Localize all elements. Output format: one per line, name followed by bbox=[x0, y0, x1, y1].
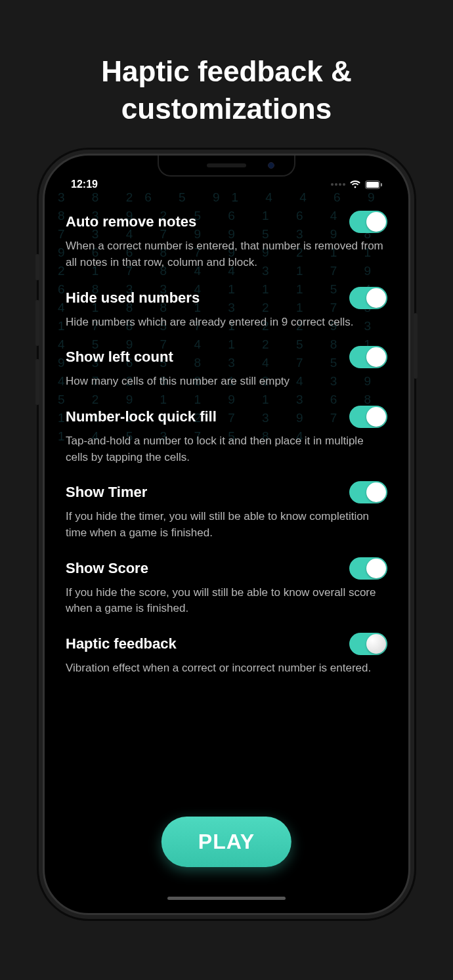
battery-icon bbox=[365, 181, 382, 189]
svg-rect-2 bbox=[381, 183, 382, 186]
setting-show-timer: Show Timer If you hide the timer, you wi… bbox=[66, 472, 387, 547]
status-time: 12:19 bbox=[71, 179, 98, 190]
cellular-dots-icon bbox=[331, 183, 345, 186]
setting-desc: If you hide the score, you will still be… bbox=[66, 585, 387, 617]
phone-frame: 3 8 26 5 91 4 4 6 9 8 3 9 2 5 6 1 6 4 9 … bbox=[43, 154, 410, 915]
home-indicator[interactable] bbox=[167, 897, 286, 900]
setting-desc: How many cells of this number are still … bbox=[66, 373, 387, 390]
setting-title: Hide used numbers bbox=[66, 289, 200, 307]
phone-volume-up bbox=[35, 300, 39, 346]
toggle-hide-used-numbers[interactable] bbox=[349, 287, 387, 309]
setting-show-left-count: Show left count How many cells of this n… bbox=[66, 337, 387, 396]
toggle-auto-remove-notes[interactable] bbox=[349, 211, 387, 233]
setting-desc: If you hide the timer, you will still be… bbox=[66, 509, 387, 541]
toggle-haptic-feedback[interactable] bbox=[349, 633, 387, 655]
toggle-show-score[interactable] bbox=[349, 557, 387, 580]
setting-title: Show Score bbox=[66, 560, 148, 577]
setting-hide-used-numbers: Hide used numbers Hide numbers which are… bbox=[66, 278, 387, 337]
setting-title: Show Timer bbox=[66, 484, 147, 501]
setting-desc: Hide numbers which are already entered i… bbox=[66, 314, 387, 331]
phone-screen: 3 8 26 5 91 4 4 6 9 8 3 9 2 5 6 1 6 4 9 … bbox=[51, 162, 402, 906]
setting-desc: Tap-and-hold a number to lock it and the… bbox=[66, 433, 387, 465]
toggle-show-left-count[interactable] bbox=[349, 346, 387, 368]
setting-desc: Vibration effect when a correct or incor… bbox=[66, 660, 387, 677]
phone-notch bbox=[158, 156, 295, 177]
toggle-number-lock-quick-fill[interactable] bbox=[349, 406, 387, 428]
setting-title: Haptic feedback bbox=[66, 635, 177, 652]
setting-title: Number-lock quick fill bbox=[66, 408, 217, 425]
settings-list[interactable]: Auto remove notes When a correct number … bbox=[51, 195, 402, 683]
wifi-icon bbox=[349, 180, 361, 189]
front-camera-icon bbox=[268, 162, 274, 169]
setting-number-lock-quick-fill: Number-lock quick fill Tap-and-hold a nu… bbox=[66, 396, 387, 472]
toggle-show-timer[interactable] bbox=[349, 481, 387, 503]
setting-desc: When a correct number is entered, that n… bbox=[66, 238, 387, 270]
setting-auto-remove-notes: Auto remove notes When a correct number … bbox=[66, 202, 387, 277]
setting-show-score: Show Score If you hide the score, you wi… bbox=[66, 548, 387, 624]
svg-rect-1 bbox=[366, 182, 379, 188]
setting-title: Auto remove notes bbox=[66, 213, 196, 230]
setting-haptic-feedback: Haptic feedback Vibration effect when a … bbox=[66, 624, 387, 683]
phone-mute-switch bbox=[35, 254, 39, 280]
play-button[interactable]: PLAY bbox=[162, 817, 291, 867]
promo-title: Haptic feedback & customizations bbox=[0, 0, 453, 154]
phone-power-button bbox=[414, 313, 418, 379]
setting-title: Show left count bbox=[66, 349, 173, 366]
phone-volume-down bbox=[35, 359, 39, 405]
